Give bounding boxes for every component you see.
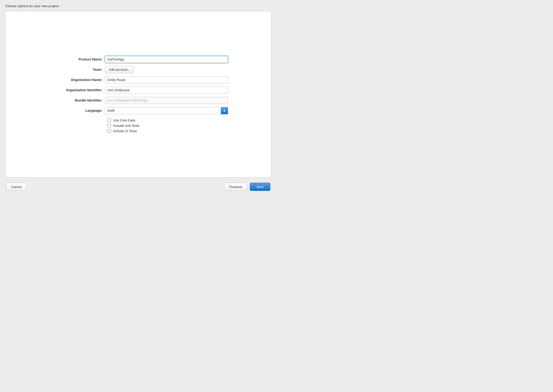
language-field-wrapper: Swift Objective-C — [105, 107, 228, 114]
org-name-input[interactable] — [105, 76, 228, 84]
team-label: Team: — [48, 68, 105, 71]
next-button[interactable]: Next — [250, 183, 270, 191]
language-label: Language: — [48, 109, 105, 112]
include-unit-tests-row: Include Unit Tests — [107, 124, 228, 128]
include-unit-tests-label: Include Unit Tests — [113, 124, 139, 128]
main-panel: Product Name: Team: Add account... Organ… — [5, 11, 271, 178]
product-name-field-wrapper — [105, 56, 228, 63]
org-id-field-wrapper — [105, 87, 228, 94]
cancel-button[interactable]: Cancel — [6, 183, 27, 191]
org-name-field-wrapper — [105, 76, 228, 84]
org-id-row: Organization Identifier: — [48, 87, 228, 94]
footer: Cancel Previous Next — [5, 183, 271, 191]
checkboxes-section: Use Core Data Include Unit Tests Include… — [107, 118, 228, 133]
org-name-row: Organization Name: — [48, 76, 228, 84]
bundle-id-label: Bundle Identifier: — [48, 98, 105, 102]
page-title: Choose options for your new project: — [5, 4, 271, 8]
include-ui-tests-checkbox[interactable] — [107, 129, 111, 133]
bundle-id-field-wrapper — [105, 97, 228, 104]
form-container: Product Name: Team: Add account... Organ… — [48, 56, 228, 133]
team-row: Team: Add account... — [48, 66, 228, 73]
include-ui-tests-row: Include UI Tests — [107, 129, 228, 133]
previous-button[interactable]: Previous — [224, 183, 247, 191]
product-name-row: Product Name: — [48, 56, 228, 63]
include-ui-tests-label: Include UI Tests — [113, 129, 137, 133]
team-field-wrapper: Add account... — [105, 66, 228, 73]
use-core-data-label: Use Core Data — [113, 118, 135, 122]
use-core-data-row: Use Core Data — [107, 118, 228, 122]
product-name-input[interactable] — [105, 56, 228, 63]
footer-left: Cancel — [6, 183, 27, 191]
org-name-label: Organization Name: — [48, 78, 105, 82]
language-select[interactable]: Swift Objective-C — [105, 107, 228, 114]
product-name-label: Product Name: — [48, 57, 105, 61]
org-id-input[interactable] — [105, 87, 228, 94]
bundle-id-input — [105, 97, 228, 104]
language-select-wrapper: Swift Objective-C — [105, 107, 228, 114]
use-core-data-checkbox[interactable] — [107, 118, 111, 122]
org-id-label: Organization Identifier: — [48, 88, 105, 92]
add-account-button[interactable]: Add account... — [105, 66, 134, 73]
language-row: Language: Swift Objective-C — [48, 107, 228, 114]
include-unit-tests-checkbox[interactable] — [107, 124, 111, 127]
bundle-id-row: Bundle Identifier: — [48, 97, 228, 104]
footer-right: Previous Next — [224, 183, 270, 191]
